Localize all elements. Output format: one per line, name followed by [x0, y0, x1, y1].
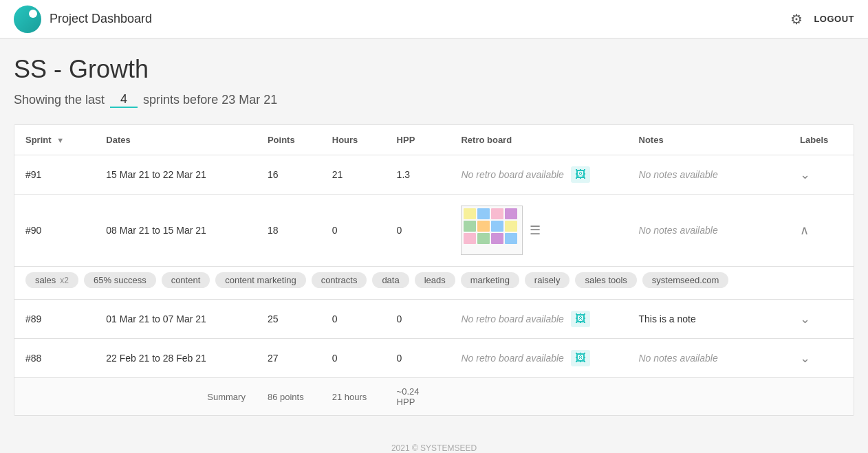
page-footer: 2021 © SYSTEMSEED	[0, 432, 868, 453]
sprint-dates: 15 Mar 21 to 22 Mar 21	[95, 155, 257, 195]
list-item: contracts	[312, 272, 367, 288]
label-text: data	[382, 275, 399, 285]
table-row: #91 15 Mar 21 to 22 Mar 21 16 21 1.3 No …	[14, 155, 854, 195]
table-row: #89 01 Mar 21 to 07 Mar 21 25 0 0 No ret…	[14, 300, 854, 339]
list-item: systemseed.com	[642, 272, 729, 288]
chevron-up-icon[interactable]: ∧	[800, 223, 809, 237]
sprint-labels-toggle[interactable]: ⌄	[789, 155, 854, 195]
sprint-id: #91	[14, 155, 95, 195]
sprint-hours: 21	[321, 155, 386, 195]
list-item: sales x2	[25, 272, 78, 288]
showing-prefix: Showing the last	[14, 93, 105, 107]
table-header-row: Sprint ▼ Dates Points Hours HPP Retro bo…	[14, 125, 854, 155]
settings-icon[interactable]: ⚙	[790, 11, 803, 27]
app-logo	[14, 5, 41, 33]
sprint-retro: No retro board available 🖼	[450, 300, 627, 339]
sprint-id: #88	[14, 339, 95, 378]
sprints-table: Sprint ▼ Dates Points Hours HPP Retro bo…	[14, 125, 854, 415]
sprint-notes: No notes available	[628, 155, 790, 195]
sprint-hours: 0	[321, 195, 386, 267]
sprint-id: #89	[14, 300, 95, 339]
col-hpp: HPP	[386, 125, 451, 155]
sort-icon: ▼	[56, 136, 64, 144]
sprint-hpp: 0	[386, 195, 451, 267]
sprint-id: #90	[14, 195, 95, 267]
summary-label: Summary	[14, 378, 257, 416]
sprint-notes: No notes available	[628, 339, 790, 378]
sprint-dates: 22 Feb 21 to 28 Feb 21	[95, 339, 257, 378]
retro-image-icon[interactable]: 🖼	[571, 166, 590, 183]
logout-button[interactable]: LOGOUT	[814, 14, 854, 24]
sprint-retro: No retro board available 🖼	[450, 155, 627, 195]
sprint-points: 25	[257, 300, 321, 339]
col-points: Points	[257, 125, 321, 155]
sprint-dates: 01 Mar 21 to 07 Mar 21	[95, 300, 257, 339]
col-dates: Dates	[95, 125, 257, 155]
label-count: x2	[60, 276, 69, 285]
sprint-points: 16	[257, 155, 321, 195]
sprint-labels-toggle[interactable]: ⌄	[789, 300, 854, 339]
retro-cell: No retro board available 🖼	[461, 166, 616, 183]
col-hours: Hours	[321, 125, 386, 155]
chevron-down-icon[interactable]: ⌄	[800, 312, 810, 326]
summary-hours: 21 hours	[321, 378, 386, 416]
sprint-hpp: 1.3	[386, 155, 451, 195]
sprint-hours: 0	[321, 300, 386, 339]
sprint-notes: No notes available	[628, 195, 790, 267]
summary-points: 86 points	[257, 378, 321, 416]
main-content: SS - Growth Showing the last sprints bef…	[0, 38, 868, 432]
col-notes: Notes	[628, 125, 790, 155]
sprint-hpp: 0	[386, 339, 451, 378]
label-text: 65% success	[94, 275, 147, 285]
header-title: Project Dashboard	[50, 12, 152, 26]
label-text: sales tools	[585, 275, 627, 285]
label-text: raisely	[534, 275, 561, 285]
label-text: systemseed.com	[652, 275, 719, 285]
sprint-points: 27	[257, 339, 321, 378]
label-text: sales	[35, 275, 56, 285]
subtitle-row: Showing the last sprints before 23 Mar 2…	[14, 92, 854, 108]
list-item: 65% success	[84, 272, 156, 288]
labels-container: sales x2 65% success content content mar…	[25, 272, 843, 288]
chevron-down-icon[interactable]: ⌄	[800, 168, 810, 181]
sprint-notes: This is a note	[628, 300, 790, 339]
labels-cell: sales x2 65% success content content mar…	[14, 267, 854, 300]
header-right: ⚙ LOGOUT	[790, 11, 854, 27]
list-icon[interactable]: ☰	[530, 223, 541, 238]
list-item: raisely	[525, 272, 570, 288]
col-labels: Labels	[789, 125, 854, 155]
label-text: leads	[424, 275, 446, 285]
sprint-hours: 0	[321, 339, 386, 378]
retro-cell: No retro board available 🖼	[461, 311, 616, 327]
sprint-retro: ☰	[450, 195, 627, 267]
list-item: content marketing	[215, 272, 305, 288]
list-item: leads	[415, 272, 455, 288]
label-text: marketing	[470, 275, 510, 285]
table-row: #90 08 Mar 21 to 15 Mar 21 18 0 0	[14, 195, 854, 267]
list-item: data	[372, 272, 409, 288]
col-retro: Retro board	[450, 125, 627, 155]
retro-cell: No retro board available 🖼	[461, 350, 616, 366]
retro-image-icon[interactable]: 🖼	[571, 350, 590, 366]
sprint-points: 18	[257, 195, 321, 267]
retro-image-icon[interactable]: 🖼	[571, 311, 590, 327]
summary-hpp: ~0.24 HPP	[386, 378, 451, 416]
label-text: contracts	[321, 275, 358, 285]
sprint-retro: No retro board available 🖼	[450, 339, 627, 378]
table-row: #88 22 Feb 21 to 28 Feb 21 27 0 0 No ret…	[14, 339, 854, 378]
sprint-labels-toggle[interactable]: ⌄	[789, 339, 854, 378]
labels-row: sales x2 65% success content content mar…	[14, 267, 854, 300]
sprint-labels-toggle[interactable]: ∧	[789, 195, 854, 267]
retro-cell: ☰	[461, 206, 616, 255]
header-left: Project Dashboard	[14, 5, 152, 33]
chevron-down-icon[interactable]: ⌄	[800, 351, 810, 365]
sprint-count-input[interactable]	[110, 92, 138, 108]
retro-board-thumbnail[interactable]	[461, 206, 523, 255]
list-item: marketing	[461, 272, 519, 288]
app-header: Project Dashboard ⚙ LOGOUT	[0, 0, 868, 38]
footer-text: 2021 © SYSTEMSEED	[391, 443, 477, 453]
col-sprint[interactable]: Sprint ▼	[14, 125, 95, 155]
showing-suffix: sprints before 23 Mar 21	[143, 93, 277, 107]
summary-row: Summary 86 points 21 hours ~0.24 HPP	[14, 378, 854, 416]
project-title: SS - Growth	[14, 55, 854, 84]
